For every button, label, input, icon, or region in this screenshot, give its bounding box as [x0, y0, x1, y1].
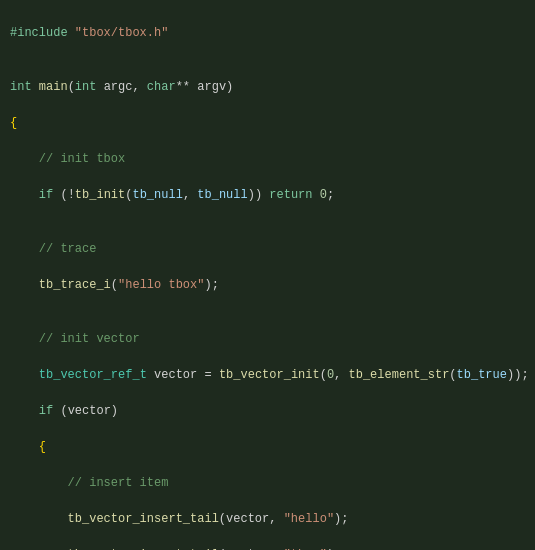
code-line: {: [10, 438, 525, 456]
code-line: // trace: [10, 240, 525, 258]
code-line: if (vector): [10, 402, 525, 420]
code-line: if (!tb_init(tb_null, tb_null)) return 0…: [10, 186, 525, 204]
code-line: #include "tbox/tbox.h": [10, 24, 525, 42]
code-line: {: [10, 114, 525, 132]
code-line: // insert item: [10, 474, 525, 492]
code-line: tb_trace_i("hello tbox");: [10, 276, 525, 294]
code-editor: #include "tbox/tbox.h" int main(int argc…: [0, 0, 535, 550]
code-line: tb_vector_insert_tail(vector, "tbox");: [10, 546, 525, 550]
code-line: tb_vector_ref_t vector = tb_vector_init(…: [10, 366, 525, 384]
code-line: int main(int argc, char** argv): [10, 78, 525, 96]
code-line: // init tbox: [10, 150, 525, 168]
code-line: // init vector: [10, 330, 525, 348]
code-line: tb_vector_insert_tail(vector, "hello");: [10, 510, 525, 528]
